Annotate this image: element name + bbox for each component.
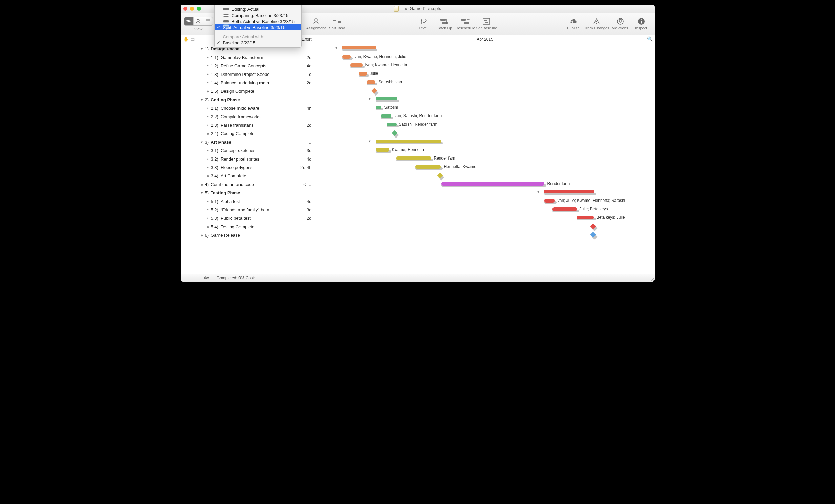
- gantt-bar[interactable]: [544, 190, 594, 194]
- task-row[interactable]: 2.3)Parse framistans2d: [181, 121, 315, 129]
- close-window-button[interactable]: [183, 7, 187, 11]
- task-row[interactable]: 5.1)Alpha test4d: [181, 197, 315, 206]
- gantt-bar[interactable]: [381, 114, 391, 118]
- task-title: Gameplay Brainstorm: [221, 55, 263, 60]
- task-row[interactable]: 1.2)Refine Game Concepts4d: [181, 62, 315, 70]
- reschedule-button[interactable]: Reschedule: [455, 15, 475, 34]
- task-row[interactable]: 3.3)Fleece polygons2d 4h: [181, 163, 315, 172]
- task-title: Concept sketches: [221, 148, 256, 153]
- task-outline[interactable]: 1)Design Phase…1.1)Gameplay Brainstorm2d…: [181, 43, 315, 274]
- gantt-bar[interactable]: [376, 148, 389, 152]
- view-resource-button[interactable]: [194, 17, 203, 25]
- bullet-icon: [206, 80, 210, 85]
- gantt-bar[interactable]: [577, 216, 594, 220]
- assignment-button[interactable]: Assignment: [306, 15, 326, 34]
- task-row[interactable]: 3)Art Phase…: [181, 138, 315, 146]
- bullet-icon: [206, 55, 210, 60]
- view-gantt-button[interactable]: [184, 17, 194, 25]
- gantt-bar[interactable]: [359, 72, 367, 76]
- task-title: Fleece polygons: [221, 165, 253, 170]
- task-row[interactable]: 2.1)Choose middleware4h: [181, 104, 315, 113]
- zoom-icon[interactable]: 🔍: [647, 36, 653, 42]
- task-row[interactable]: 4)Combine art and code< …: [181, 180, 315, 189]
- gantt-bar[interactable]: [544, 199, 554, 203]
- task-row[interactable]: 5.3)Public beta test2d: [181, 214, 315, 223]
- level-button[interactable]: Level: [413, 15, 433, 34]
- gantt-bar[interactable]: [376, 106, 381, 109]
- task-row[interactable]: 5.2)“Friends and family” beta3d: [181, 206, 315, 214]
- view-label: View: [195, 27, 203, 31]
- gantt-bar[interactable]: [343, 55, 351, 59]
- gantt-bar[interactable]: [376, 97, 398, 100]
- menu-both[interactable]: Both: Actual vs Baseline 3/23/15: [215, 18, 302, 24]
- summary-disclosure-icon[interactable]: ▼: [335, 46, 338, 50]
- task-row[interactable]: 3.4)Art Complete: [181, 172, 315, 180]
- svg-point-14: [423, 22, 425, 23]
- task-row[interactable]: 1.4)Balance underlying math2d: [181, 79, 315, 87]
- inspect-button[interactable]: Inspect: [631, 15, 651, 34]
- gantt-bar[interactable]: [441, 182, 544, 186]
- task-row[interactable]: 6)Game Release: [181, 231, 315, 240]
- zoom-window-button[interactable]: [197, 7, 201, 11]
- task-number: 5.2): [211, 207, 219, 213]
- split-task-button[interactable]: Split Task: [327, 15, 347, 34]
- set-baseline-button[interactable]: Set Baseline: [476, 15, 497, 34]
- add-button[interactable]: +: [183, 276, 189, 280]
- gantt-bar[interactable]: [376, 140, 441, 143]
- gantt-bar[interactable]: [367, 80, 375, 84]
- hand-tool-icon[interactable]: ✋: [183, 37, 189, 42]
- summary-disclosure-icon[interactable]: ▼: [537, 190, 540, 194]
- task-effort: 4d: [307, 199, 311, 204]
- task-row[interactable]: 2.4)Coding Complete: [181, 129, 315, 138]
- gantt-bar[interactable]: [387, 123, 397, 126]
- gantt-bar[interactable]: [415, 165, 441, 169]
- task-row[interactable]: 1.5)Design Complete: [181, 87, 315, 96]
- menu-baseline-item[interactable]: ✓Baseline 3/23/15: [215, 40, 302, 46]
- app-window: The Game Plan.oplx View Ass: [181, 5, 655, 282]
- gantt-chart[interactable]: ▼Ivan; Kwame; Henrietta; JulieIvan; Kwam…: [315, 43, 655, 274]
- milestone-icon: [206, 225, 210, 229]
- remove-button[interactable]: −: [193, 276, 200, 280]
- track-changes-button[interactable]: Track Changes: [584, 15, 609, 34]
- svg-rect-22: [485, 22, 488, 23]
- task-row[interactable]: 2.2)Compile frameworks…: [181, 113, 315, 121]
- gantt-icon: [186, 19, 191, 23]
- gantt-bar[interactable]: [350, 63, 363, 67]
- task-row[interactable]: 3.2)Render pixel sprites4d: [181, 155, 315, 163]
- milestone-icon: [200, 183, 204, 186]
- violations-button[interactable]: Violations: [610, 15, 630, 34]
- disclosure-triangle-icon[interactable]: [200, 47, 204, 51]
- disclosure-triangle-icon[interactable]: [200, 98, 204, 102]
- task-row[interactable]: 3.1)Concept sketches3d: [181, 146, 315, 155]
- summary-disclosure-icon[interactable]: ▼: [368, 97, 371, 101]
- task-number: 5.3): [211, 216, 219, 221]
- menu-compare-header: Compare Actual with:: [215, 34, 302, 40]
- task-row[interactable]: 1.3)Determine Project Scope1d: [181, 70, 315, 79]
- menu-split[interactable]: ✓Split: Actual vs Baseline 3/23/15: [215, 24, 302, 31]
- minimize-window-button[interactable]: [190, 7, 194, 11]
- task-number: 3.3): [211, 165, 219, 170]
- gantt-bar[interactable]: [343, 46, 376, 49]
- catch-up-button[interactable]: Catch Up: [434, 15, 454, 34]
- resize-handle[interactable]: [650, 277, 654, 281]
- notes-column-icon[interactable]: ▤: [191, 37, 195, 42]
- task-number: 1): [205, 46, 209, 52]
- effort-header[interactable]: Effort: [302, 37, 315, 42]
- task-row[interactable]: 5)Testing Phase…: [181, 189, 315, 197]
- summary-disclosure-icon[interactable]: ▼: [368, 140, 371, 143]
- menu-editing[interactable]: Editing: Actual: [215, 6, 302, 12]
- task-row[interactable]: 5.4)Testing Complete: [181, 223, 315, 231]
- menu-comparing[interactable]: Comparing: Baseline 3/23/15: [215, 12, 302, 18]
- gantt-bar[interactable]: [552, 207, 577, 211]
- action-menu-button[interactable]: ✲▾: [203, 276, 210, 280]
- disclosure-triangle-icon[interactable]: [200, 191, 204, 195]
- gantt-bar[interactable]: [396, 157, 431, 160]
- task-row[interactable]: 1.1)Gameplay Brainstorm2d: [181, 53, 315, 62]
- task-row[interactable]: 2)Coding Phase…: [181, 96, 315, 104]
- gantt-label: Ivan; Julie; Kwame; Henrietta; Satoshi: [556, 198, 625, 203]
- split-task-icon: [332, 18, 342, 25]
- grid-icon: [206, 19, 210, 23]
- disclosure-triangle-icon[interactable]: [200, 141, 204, 144]
- view-calendar-button[interactable]: [203, 17, 213, 25]
- publish-button[interactable]: Publish: [563, 15, 583, 34]
